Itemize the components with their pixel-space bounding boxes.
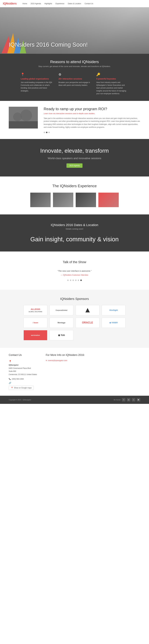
dates-heading: IQNsiders 2016 Dates & Location (9, 223, 140, 227)
show-on-google-maps-button[interactable]: 📍 Show on Google maps (9, 386, 34, 390)
nav-link-2015-agenda[interactable]: 2015 Agenda (31, 2, 41, 5)
experience-image-2 (76, 192, 96, 207)
email-icon: ✉ (46, 360, 47, 362)
talk-dot-3[interactable] (75, 280, 77, 281)
hero-section: IQNsiders 2016 Coming Soon! (0, 7, 149, 54)
sponsor-workmation: workmation (24, 330, 47, 340)
contact-address-line3: Centennial, CO 80111 United States (9, 374, 37, 376)
sponsor-oracle: ORACLE (76, 318, 99, 328)
sponsors-section: IQNsiders Sponsors ALLEGIS GLOBAL SOLUTI… (0, 290, 149, 348)
nav-link-contact-us[interactable]: Contact Us (85, 2, 93, 5)
nav-links: Home 2015 Agenda Highlights Experience D… (23, 2, 93, 5)
reason-item-1: ⚙ 25+ Interactive sessions Broaden your … (59, 73, 90, 95)
svg-point-6 (20, 110, 32, 121)
footer-social-area: Be Social f in t ▶ (114, 398, 140, 402)
reasons-heading: Reasons to attend IQNsiders (9, 60, 140, 64)
twitter-icon[interactable]: t (132, 398, 135, 402)
footer-social-label: Be Social (114, 399, 120, 401)
nav-link-highlights[interactable]: Highlights (44, 2, 52, 5)
experience-image-0 (30, 192, 51, 207)
talk-quote: "The new user interface is awesome." (9, 270, 140, 272)
reasons-section: Reasons to attend IQNsiders Stay current… (0, 54, 149, 101)
navigation: IQNsiders Home 2015 Agenda Highlights Ex… (0, 0, 149, 7)
experience-image-3 (98, 192, 119, 207)
roi-dot-0[interactable] (44, 132, 45, 133)
roi-image-placeholder (9, 107, 38, 128)
sponsor-visier: ◆ VISIER (102, 318, 125, 328)
reason-text-0: Join world-leading companies in the IQN … (21, 81, 53, 92)
innovate-subheading: World-class speakers and innovative sess… (9, 157, 140, 160)
logo-highlight: IQN (3, 2, 8, 5)
dates-tagline: Gain insight, community & vision (9, 236, 140, 243)
innovate-section: Innovate, elevate, transform World-class… (0, 139, 149, 176)
hero-arrows-decoration (0, 24, 29, 54)
talk-dot-4[interactable] (78, 280, 79, 281)
svg-point-5 (13, 112, 22, 121)
dates-top: IQNsiders 2016 Dates & Location Details … (9, 223, 140, 230)
talk-section: Talk of the Show "The new user interface… (0, 252, 149, 290)
roi-dot-1[interactable] (46, 132, 47, 133)
experience-section: The IQNsiders Experience (0, 176, 149, 214)
talk-dot-5[interactable] (80, 280, 82, 281)
sponsor-yoh: ◉ Yoh (50, 330, 73, 340)
sponsor-allegis: ALLEGIS GLOBAL SOLUTIONS (24, 305, 47, 315)
talk-dot-1[interactable] (70, 280, 71, 281)
reason-title-1: 25+ Interactive sessions (59, 78, 90, 80)
facebook-icon[interactable]: f (122, 398, 125, 402)
contact-right-heading: For More Info on IQNsiders 2016: (46, 354, 85, 356)
contact-left-heading: Contact Us (9, 354, 37, 356)
contact-right: For More Info on IQNsiders 2016: ✉ event… (46, 354, 85, 390)
experience-grid (9, 192, 140, 207)
reason-title-2: 5 powerful keynotes (96, 78, 128, 80)
footer-social-links: f in t ▶ (122, 398, 140, 402)
talk-dot-2[interactable] (72, 280, 74, 281)
talk-heading: Talk of the Show (9, 260, 140, 264)
contact-company: IQNavigator (9, 364, 19, 366)
dates-section: IQNsiders 2016 Dates & Location Details … (0, 214, 149, 252)
talk-dot-0[interactable] (67, 280, 69, 281)
sponsor-unknown1 (76, 305, 99, 315)
experience-heading: The IQNsiders Experience (9, 184, 140, 188)
contact-address: 📍 IQNavigator 6465 Greenwood Plaza Blvd … (9, 360, 37, 376)
roi-subtitle: Learn how via interactive sessions and i… (44, 112, 140, 114)
contact-email: ✉ events@iqnavigator.com (46, 360, 85, 362)
location-icon: 📍 (9, 360, 12, 363)
reason-icon-1: ⚙ (59, 73, 90, 76)
contact-section: Contact Us 📍 IQNavigator 6465 Greenwood … (0, 348, 149, 396)
sponsor-iteam: i team (24, 318, 47, 328)
contact-address-line1: 6465 Greenwood Plaza Blvd (9, 367, 31, 369)
dates-subheading: Details coming soon! (9, 228, 140, 230)
roi-text: Take part in the workforce evolution thr… (44, 117, 140, 129)
contact-phone: 📞 (303) 563-1584 (9, 378, 37, 380)
reasons-grid: 📍 Leading global organizations Join worl… (9, 73, 140, 95)
email-link[interactable]: events@iqnavigator.com (48, 360, 67, 362)
roi-content: Ready to ramp up your program ROI? Learn… (44, 107, 140, 133)
reasons-subheading: Stay current, get ahead of the curve and… (9, 65, 140, 68)
reason-icon-0: 📍 (21, 73, 53, 76)
map-button-label: Show on Google maps (14, 387, 32, 389)
svg-marker-8 (85, 308, 90, 312)
roi-dot-2[interactable] (48, 132, 50, 133)
nav-link-home[interactable]: Home (23, 2, 27, 5)
phone-icon: 📞 (9, 378, 11, 380)
contact-left: Contact Us 📍 IQNavigator 6465 Greenwood … (9, 354, 37, 390)
nav-link-dates-location[interactable]: Dates & Location (68, 2, 81, 5)
roi-title: Ready to ramp up your program ROI? (44, 107, 140, 111)
footer-copyright: Copyright © 2015 - IQNavigator (9, 399, 31, 401)
phone-number: (303) 563-1584 (12, 378, 24, 380)
logo[interactable]: IQNsiders (3, 2, 17, 5)
sponsor-montage: Montage (50, 318, 73, 328)
agenda-button[interactable]: 2015 Agenda (67, 164, 83, 168)
reason-title-0: Leading global organizations (21, 78, 53, 80)
innovate-heading: Innovate, elevate, transform (9, 148, 140, 154)
contact-social: 🔗 (9, 382, 37, 384)
roi-section: Ready to ramp up your program ROI? Learn… (0, 101, 149, 139)
sponsor-hiresight: HireSight (102, 305, 125, 315)
youtube-icon[interactable]: ▶ (137, 398, 140, 402)
nav-link-experience[interactable]: Experience (56, 2, 64, 5)
linkedin-icon[interactable]: in (127, 398, 130, 402)
sponsors-grid: ALLEGIS GLOBAL SOLUTIONS CorporatUnited … (24, 305, 125, 340)
sponsor-corporate-united: CorporatUnited (50, 305, 73, 315)
talk-dots (9, 280, 140, 281)
sponsors-heading: IQNsiders Sponsors (9, 297, 140, 301)
